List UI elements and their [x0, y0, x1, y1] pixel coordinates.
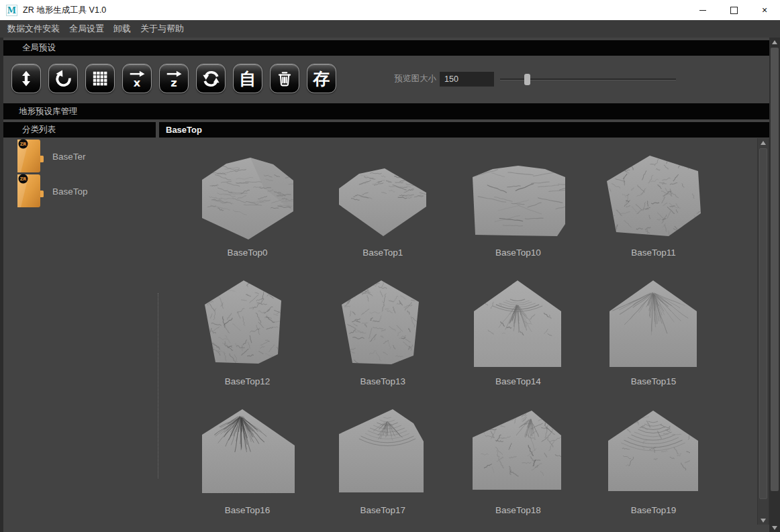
maximize-button[interactable]: [718, 0, 749, 20]
folder-icon: ZR: [16, 138, 44, 175]
terrain-preview-image: [603, 275, 703, 371]
global-presets-header: 全局预设: [3, 40, 769, 56]
titlebar: M ZR 地形生成工具 V1.0 ×: [0, 0, 780, 20]
preset-thumbnail[interactable]: BaseTop15: [603, 275, 704, 386]
grid-icon: [91, 70, 109, 87]
preset-thumbnail[interactable]: BaseTop0: [197, 146, 298, 258]
maya-app-icon: M: [6, 5, 17, 16]
terrain-preview-image: [603, 404, 703, 500]
menu-bar: 数据文件安装 全局设置 卸载 关于与帮助: [0, 20, 780, 38]
svg-text:ZR: ZR: [20, 142, 27, 147]
down-arrow-icon: [772, 526, 777, 530]
preset-thumbnail[interactable]: BaseTop1: [332, 146, 434, 258]
preset-thumbnail[interactable]: BaseTop18: [467, 404, 569, 515]
svg-text:x: x: [134, 76, 141, 87]
char-icon: 自: [240, 70, 256, 87]
terrain-preview-image: [467, 275, 568, 371]
category-item-baseter[interactable]: ZRBaseTer: [0, 139, 156, 174]
minimize-icon: [699, 10, 706, 11]
preset-label: BaseTop19: [603, 505, 704, 515]
preset-label: BaseTop18: [467, 505, 569, 515]
preview-size-input[interactable]: 150: [440, 72, 494, 87]
window-scrollbar[interactable]: [769, 38, 780, 532]
trash-icon: [276, 70, 293, 87]
preset-thumbnail[interactable]: BaseTop17: [332, 404, 434, 515]
preset-thumbnail[interactable]: BaseTop10: [467, 146, 569, 258]
menu-item-data-install[interactable]: 数据文件安装: [6, 20, 61, 38]
category-list-title: 分类列表: [22, 124, 56, 136]
maximize-icon: [730, 7, 738, 14]
preset-thumbnail[interactable]: BaseTop12: [197, 275, 298, 386]
preset-thumbnail[interactable]: BaseTop13: [332, 275, 434, 386]
preset-label: BaseTop11: [603, 248, 704, 258]
svg-text:z: z: [170, 76, 177, 87]
window-scrollbar-thumb[interactable]: [771, 48, 779, 491]
down-arrow-icon: [761, 519, 766, 523]
close-button[interactable]: ×: [749, 0, 780, 20]
main-content: 全局预设 xz自存 预览图大小 150 地形预设库管理 分类列表 BaseTop…: [0, 38, 780, 532]
global-presets-title: 全局预设: [22, 42, 56, 54]
menu-item-help[interactable]: 关于与帮助: [139, 20, 185, 38]
mirror-z-button[interactable]: z: [159, 64, 189, 93]
category-list-header: 分类列表: [3, 122, 156, 138]
grid-button[interactable]: [85, 64, 115, 93]
grid-scrollbar-track[interactable]: [758, 147, 769, 516]
preview-size-label: 预览图大小: [389, 73, 436, 85]
window-scrollbar-track[interactable]: [769, 46, 780, 523]
terrain-preview-image: [197, 275, 297, 371]
svg-text:M: M: [7, 5, 16, 15]
delete-button[interactable]: [270, 64, 299, 93]
preset-label: BaseTop13: [332, 376, 434, 386]
preset-label: BaseTop10: [467, 248, 569, 258]
terrain-preview-image: [332, 404, 433, 500]
arrow-letter-icon: z: [165, 70, 183, 87]
preset-label: BaseTop12: [197, 376, 298, 386]
up-arrow-icon: [772, 40, 777, 44]
app-window: M ZR 地形生成工具 V1.0 × 数据文件安装 全局设置 卸载 关于与帮助 …: [0, 0, 780, 532]
save-button[interactable]: 存: [307, 64, 336, 93]
preset-thumbnail[interactable]: BaseTop19: [603, 404, 704, 515]
preset-thumbnail[interactable]: BaseTop11: [603, 146, 704, 258]
svg-text:ZR: ZR: [20, 176, 27, 182]
up-arrow-icon: [761, 141, 766, 145]
undo-arrow-icon: [54, 70, 72, 88]
preview-size-value: 150: [444, 74, 458, 84]
category-label: BaseTop: [52, 187, 88, 197]
window-scroll-down-button[interactable]: [769, 523, 780, 532]
window-scroll-up-button[interactable]: [769, 38, 780, 46]
auto-button[interactable]: 自: [233, 64, 262, 93]
undo-button[interactable]: [48, 64, 78, 93]
terrain-preview-image: [332, 146, 433, 242]
scale-vertical-button[interactable]: [11, 64, 41, 93]
terrain-preview-image: [467, 146, 568, 242]
category-list: ZRBaseTer ZRBaseTop: [0, 139, 156, 209]
folder-icon: ZR: [16, 172, 44, 210]
grid-scrollbar-thumb[interactable]: [759, 148, 767, 499]
grid-scroll-up-button[interactable]: [758, 138, 769, 147]
toolbar: xz自存: [11, 64, 336, 93]
current-category-header: BaseTop: [159, 122, 769, 138]
sync-button[interactable]: [196, 64, 226, 93]
preset-thumbnail[interactable]: BaseTop16: [197, 404, 298, 515]
preset-label: BaseTop0: [197, 248, 298, 258]
preset-label: BaseTop14: [467, 376, 569, 386]
updown-arrow-icon: [17, 70, 35, 87]
menu-item-global-settings[interactable]: 全局设置: [68, 20, 105, 38]
arrow-letter-icon: x: [128, 70, 146, 87]
minimize-button[interactable]: [687, 0, 718, 20]
category-item-basetop[interactable]: ZRBaseTop: [0, 174, 156, 209]
window-controls: ×: [687, 0, 780, 20]
grid-scroll-down-button[interactable]: [758, 516, 769, 525]
terrain-preview-image: [197, 146, 297, 242]
preset-thumbnail[interactable]: BaseTop14: [467, 275, 569, 386]
char-icon: 存: [313, 70, 330, 87]
terrain-preview-image: [603, 146, 703, 242]
menu-item-uninstall[interactable]: 卸载: [112, 20, 132, 38]
mirror-x-button[interactable]: x: [122, 64, 152, 93]
window-title: ZR 地形生成工具 V1.0: [23, 5, 106, 16]
library-management-header: 地形预设库管理: [3, 103, 769, 119]
close-icon: ×: [762, 5, 767, 15]
grid-scrollbar[interactable]: [757, 138, 769, 525]
splitter-handle[interactable]: [158, 293, 158, 478]
slider-handle[interactable]: [524, 74, 530, 85]
